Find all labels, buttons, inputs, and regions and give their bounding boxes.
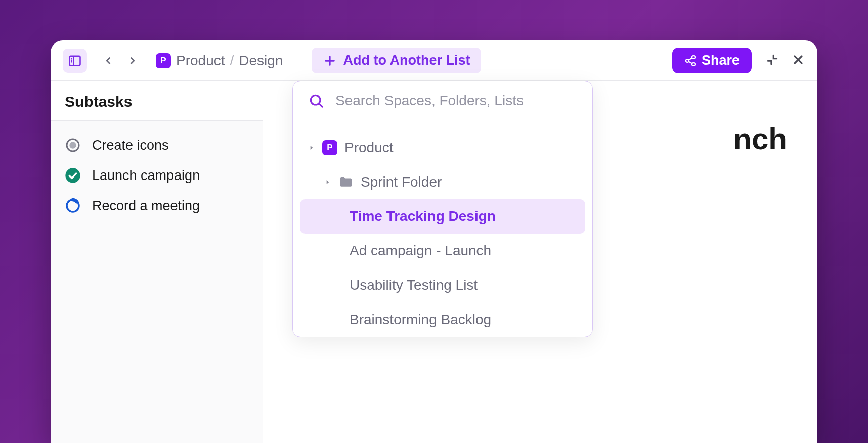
chevron-right-icon xyxy=(308,144,315,151)
close-button[interactable] xyxy=(791,53,805,69)
subtask-item[interactable]: Launch campaign xyxy=(51,160,263,191)
share-button[interactable]: Share xyxy=(672,48,752,73)
minimize-icon xyxy=(766,53,779,66)
svg-line-10 xyxy=(688,58,692,60)
sidebar-title: Subtasks xyxy=(65,93,248,110)
subtask-list: Create icons Launch campaign Record a me… xyxy=(51,121,263,230)
svg-point-16 xyxy=(65,168,80,183)
main-content: nch P Product Sprint Folder xyxy=(263,81,817,443)
add-to-list-button[interactable]: Add to Another List xyxy=(312,48,481,73)
task-title[interactable]: nch xyxy=(733,121,787,156)
svg-marker-21 xyxy=(327,180,329,184)
dropdown-search-row xyxy=(293,81,592,120)
breadcrumb-item-space[interactable]: Product xyxy=(176,53,225,69)
svg-point-8 xyxy=(686,59,689,62)
location-picker-dropdown: P Product Sprint Folder Time Tracking De… xyxy=(292,81,593,337)
panel-icon xyxy=(68,54,82,68)
subtask-item[interactable]: Record a meeting xyxy=(51,191,263,221)
chevron-right-icon xyxy=(127,55,138,66)
nav-forward-button[interactable] xyxy=(121,50,144,72)
breadcrumb-item-current[interactable]: Design xyxy=(239,53,283,69)
panel-toggle-button[interactable] xyxy=(63,49,87,73)
tree-list-label: Time Tracking Design xyxy=(350,208,496,225)
svg-point-7 xyxy=(692,56,695,59)
breadcrumb-separator: / xyxy=(230,53,234,69)
subtask-label: Create icons xyxy=(92,138,169,153)
tree-list-label: Usability Testing List xyxy=(350,277,478,293)
tree-list-label: Ad campaign - Launch xyxy=(350,243,491,259)
sidebar-header: Subtasks xyxy=(51,81,263,121)
tree-folder-label: Sprint Folder xyxy=(361,174,442,190)
space-badge[interactable]: P xyxy=(156,53,171,68)
minimize-button[interactable] xyxy=(766,53,779,68)
status-complete-icon xyxy=(65,167,81,184)
tree-space-item[interactable]: P Product xyxy=(300,130,585,165)
nav-arrows xyxy=(97,50,144,72)
close-icon xyxy=(791,53,805,67)
subtask-label: Launch campaign xyxy=(92,168,200,184)
svg-marker-20 xyxy=(311,146,313,150)
nav-back-button[interactable] xyxy=(97,50,119,72)
search-icon xyxy=(308,93,324,109)
subtask-label: Record a meeting xyxy=(92,198,200,214)
toolbar-divider xyxy=(297,52,297,70)
tree-list-item[interactable]: Ad campaign - Launch xyxy=(300,234,585,268)
share-label: Share xyxy=(702,53,740,68)
tree-list-item[interactable]: Usability Testing List xyxy=(300,268,585,302)
tree-space-label: Product xyxy=(344,140,394,156)
body-area: Subtasks Create icons Launch campaign Re… xyxy=(51,81,817,443)
tree-list-item[interactable]: Time Tracking Design xyxy=(300,199,585,234)
search-input[interactable] xyxy=(335,93,577,109)
dropdown-body: P Product Sprint Folder Time Tracking De… xyxy=(293,120,592,337)
space-badge: P xyxy=(322,140,337,155)
svg-line-19 xyxy=(319,104,322,107)
window-controls xyxy=(766,53,805,69)
plus-icon xyxy=(323,54,337,68)
status-open-icon xyxy=(65,137,81,153)
svg-line-11 xyxy=(688,61,692,63)
chevron-left-icon xyxy=(103,55,114,66)
status-inprogress-icon xyxy=(65,198,81,214)
chevron-right-icon xyxy=(324,179,331,186)
svg-point-15 xyxy=(69,142,76,148)
app-window: P Product / Design Add to Another List S… xyxy=(51,40,817,443)
sidebar: Subtasks Create icons Launch campaign Re… xyxy=(51,81,263,443)
subtask-item[interactable]: Create icons xyxy=(51,130,263,160)
tree-folder-item[interactable]: Sprint Folder xyxy=(300,165,585,199)
add-to-list-label: Add to Another List xyxy=(343,53,470,68)
share-icon xyxy=(684,55,697,67)
tree-list-label: Brainstorming Backlog xyxy=(350,312,491,328)
folder-icon xyxy=(338,174,354,190)
svg-point-9 xyxy=(692,63,695,66)
tree-list-item[interactable]: Brainstorming Backlog xyxy=(300,302,585,337)
toolbar: P Product / Design Add to Another List S… xyxy=(51,40,817,81)
breadcrumb: P Product / Design xyxy=(156,53,283,69)
